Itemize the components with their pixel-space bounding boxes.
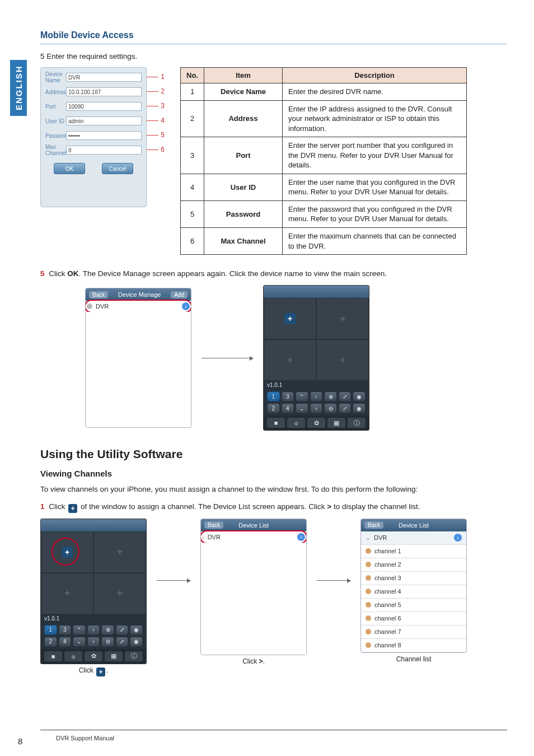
channel-row[interactable]: channel 4 — [361, 585, 466, 599]
input-device-name[interactable] — [66, 73, 142, 82]
right-button[interactable]: › — [310, 403, 323, 413]
back-button[interactable]: Back — [364, 521, 383, 529]
caption-c: Channel list — [360, 655, 467, 663]
input-address[interactable] — [66, 87, 142, 96]
up-button[interactable]: ⌃ — [73, 625, 86, 635]
stop-button[interactable]: ■ — [267, 418, 285, 428]
expand-icon[interactable]: › — [454, 534, 462, 542]
device-name: DVR — [208, 534, 221, 540]
plus-icon: + — [68, 504, 77, 513]
down-button[interactable]: ⌄ — [296, 403, 308, 413]
layout-3-button[interactable]: 3 — [59, 625, 72, 635]
cancel-button[interactable]: Cancel — [102, 163, 133, 174]
app-title: Device List — [399, 522, 429, 529]
arrow-icon — [202, 358, 253, 358]
layout-2-button[interactable]: 2 — [267, 403, 280, 413]
left-button[interactable]: ‹ — [310, 391, 323, 402]
input-password[interactable] — [66, 131, 142, 140]
zoom-in-button[interactable]: ⊕ — [324, 391, 337, 402]
add-channel-icon[interactable]: + — [284, 313, 296, 324]
table-row: 6Max ChannelEnter the maximum channels t… — [181, 228, 467, 255]
grid-button[interactable]: ▦ — [105, 651, 123, 661]
camera-icon — [366, 642, 371, 648]
stop-button[interactable]: ■ — [44, 651, 62, 661]
stop-rec-button[interactable]: ◉ — [353, 403, 366, 413]
settings-button[interactable]: ✿ — [85, 651, 102, 661]
add-placeholder-icon[interactable]: + — [287, 354, 293, 366]
back-button[interactable]: Back — [204, 521, 223, 529]
channel-row[interactable]: channel 2 — [361, 558, 466, 572]
info-button[interactable]: ⓘ — [125, 651, 143, 661]
chevron-icon[interactable]: › — [182, 302, 190, 310]
version-label: v1.0.1 — [264, 381, 369, 389]
label-user: User ID — [45, 118, 66, 124]
plus-icon: + — [96, 668, 105, 676]
record-button[interactable]: ◉ — [353, 391, 366, 402]
th-desc: Description — [283, 68, 467, 83]
device-row[interactable]: › DVR › — [200, 530, 307, 544]
add-placeholder-icon[interactable]: + — [117, 546, 123, 558]
zoom-out-button[interactable]: ⊖ — [324, 403, 337, 413]
add-placeholder-icon[interactable]: + — [340, 354, 346, 366]
lead-4: 4 — [161, 116, 165, 124]
device-name: DVR — [96, 303, 109, 310]
add-button[interactable]: Add — [171, 291, 188, 298]
layout-4-button[interactable]: 4 — [59, 637, 72, 647]
device-row[interactable]: DVR › — [85, 300, 191, 313]
fit-button[interactable]: ⤢ — [116, 637, 129, 647]
channel-row[interactable]: channel 1 — [361, 545, 466, 558]
layout-3-button[interactable]: 3 — [282, 391, 294, 402]
back-button[interactable]: Back — [89, 291, 108, 298]
fullscreen-button[interactable]: ⤢ — [116, 625, 129, 635]
info-button[interactable]: ⓘ — [348, 418, 366, 428]
zoom-out-button[interactable]: ⊖ — [101, 637, 114, 647]
expand-icon[interactable]: › — [297, 533, 305, 541]
layout-1-button[interactable]: 1 — [44, 625, 57, 635]
app-title: Device Manage — [118, 291, 161, 298]
lead-3: 3 — [161, 102, 165, 110]
channel-row[interactable]: channel 6 — [361, 612, 466, 626]
arrow-icon — [317, 580, 350, 581]
camera-icon — [366, 602, 371, 608]
input-port[interactable] — [66, 102, 142, 111]
input-user[interactable] — [66, 116, 142, 125]
label-password: Password — [45, 133, 66, 139]
table-row: 3PortEnter the server port number that y… — [181, 137, 467, 174]
add-placeholder-icon[interactable]: + — [340, 313, 346, 325]
record-button[interactable]: ◉ — [130, 625, 143, 635]
ok-button[interactable]: OK — [54, 163, 85, 174]
callout-circle — [51, 538, 79, 566]
description-table: No. Item Description 1Device NameEnter t… — [180, 67, 467, 255]
fullscreen-button[interactable]: ⤢ — [339, 391, 352, 402]
channel-row[interactable]: channel 8 — [361, 639, 466, 652]
left-button[interactable]: ‹ — [87, 625, 100, 635]
table-row: 1Device NameEnter the desired DVR name. — [181, 83, 467, 101]
input-max[interactable] — [66, 146, 142, 155]
camera-button[interactable]: ⌾ — [64, 651, 82, 661]
device-manage-screenshot: Back Device Manage Add DVR › — [85, 288, 191, 428]
settings-button[interactable]: ✿ — [307, 418, 325, 428]
layout-1-button[interactable]: 1 — [267, 391, 280, 402]
chevron-down-icon: ⌄ — [366, 534, 371, 542]
table-row: 2AddressEnter the IP address assigned to… — [181, 100, 467, 137]
grid-button[interactable]: ▦ — [327, 418, 345, 428]
device-row[interactable]: ⌄ DVR › — [361, 531, 466, 545]
camera-button[interactable]: ⌾ — [287, 418, 305, 428]
label-port: Port — [45, 104, 66, 110]
fit-button[interactable]: ⤢ — [339, 403, 352, 413]
stop-rec-button[interactable]: ◉ — [130, 637, 143, 647]
channel-row[interactable]: channel 5 — [361, 599, 466, 612]
channel-row[interactable]: channel 3 — [361, 572, 466, 585]
layout-2-button[interactable]: 2 — [44, 637, 57, 647]
right-button[interactable]: › — [87, 637, 100, 647]
zoom-in-button[interactable]: ⊕ — [101, 625, 114, 635]
footer-divider — [40, 730, 507, 730]
up-button[interactable]: ⌃ — [296, 391, 308, 402]
add-placeholder-icon[interactable]: + — [64, 587, 71, 599]
layout-4-button[interactable]: 4 — [282, 403, 294, 413]
section-title: Mobile Device Access — [40, 30, 507, 40]
down-button[interactable]: ⌄ — [73, 637, 86, 647]
channel-row[interactable]: channel 7 — [361, 626, 466, 639]
chevron-right-icon: › — [202, 534, 204, 540]
add-placeholder-icon[interactable]: + — [117, 587, 123, 599]
